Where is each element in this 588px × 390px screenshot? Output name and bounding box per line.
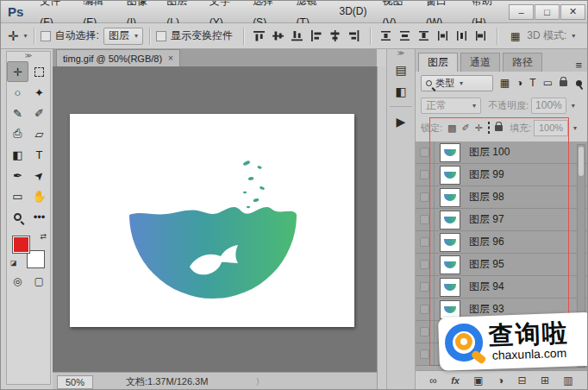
layer-thumbnail[interactable] — [440, 143, 460, 162]
layer-row-96[interactable]: 图层 96 — [416, 231, 587, 254]
layer-name[interactable]: 图层 96 — [469, 235, 504, 249]
zoom-level-field[interactable]: 50% — [57, 375, 93, 389]
move-tool[interactable]: ✛ — [7, 61, 28, 82]
paint-bucket-tool[interactable]: ◧ — [7, 144, 28, 165]
layer-row-98[interactable]: 图层 98 — [416, 186, 587, 209]
lock-image-pixels-icon[interactable]: ✐ — [461, 123, 469, 134]
layer-row-99[interactable]: 图层 99 — [416, 164, 587, 186]
delete-layer-icon[interactable]: ▥ — [563, 374, 572, 387]
layer-name[interactable]: 图层 97 — [469, 212, 504, 227]
layer-thumbnail[interactable] — [440, 233, 460, 252]
close-button[interactable]: ✕ — [560, 4, 585, 20]
lock-artboard-icon[interactable] — [488, 123, 490, 133]
new-layer-icon[interactable]: ⊞ — [541, 374, 549, 387]
filter-type-dropdown[interactable]: 类型 ▾ — [421, 75, 493, 91]
layer-name[interactable]: 图层 93 — [469, 302, 504, 317]
filter-type-layers-icon[interactable]: T — [529, 77, 535, 89]
status-arrow-icon[interactable]: 〉 — [255, 376, 264, 388]
tab-channels[interactable]: 通道 — [460, 53, 500, 72]
visibility-cell[interactable] — [416, 299, 435, 320]
filter-shape-layers-icon[interactable]: ▭ — [543, 77, 553, 89]
align-right-icon[interactable] — [347, 29, 361, 43]
visibility-cell[interactable] — [416, 321, 435, 343]
visibility-cell[interactable] — [416, 276, 435, 298]
tab-close-icon[interactable]: × — [168, 53, 173, 63]
visibility-cell[interactable] — [416, 186, 435, 208]
layer-name[interactable]: 图层 100 — [469, 145, 510, 160]
eye-toggle-icon[interactable] — [420, 349, 429, 359]
shape-tool[interactable]: ▭ — [7, 186, 28, 206]
align-left-icon[interactable] — [310, 29, 323, 43]
path-select-tool[interactable]: ➤ — [28, 165, 50, 186]
visibility-cell[interactable] — [416, 254, 435, 275]
screen-mode-button[interactable]: ▢ — [34, 275, 44, 287]
layer-mask-icon[interactable]: ▣ — [473, 374, 483, 387]
eye-toggle-icon[interactable] — [420, 282, 429, 292]
eraser-tool[interactable]: ▱ — [28, 123, 50, 144]
lock-all-icon[interactable] — [495, 123, 503, 133]
tool-preset-chevron-icon[interactable]: ▾ — [24, 32, 28, 40]
properties-panel-play-icon[interactable]: ▶ — [391, 112, 411, 131]
distribute-vertical-center-icon[interactable] — [398, 29, 412, 43]
filter-adjustment-layers-icon[interactable]: ◑ — [516, 77, 522, 89]
layer-row-97[interactable]: 图层 97 — [416, 209, 587, 231]
distribute-top-icon[interactable] — [379, 29, 393, 43]
eye-toggle-icon[interactable] — [420, 327, 429, 337]
tab-paths[interactable]: 路径 — [503, 53, 542, 72]
layer-thumbnail[interactable] — [440, 255, 460, 274]
eye-toggle-icon[interactable] — [420, 237, 429, 247]
layer-name[interactable]: 图层 99 — [469, 167, 504, 182]
edit-toolbar-button[interactable]: ••• — [28, 206, 50, 227]
layer-thumbnail[interactable] — [440, 188, 460, 207]
distribute-left-icon[interactable] — [436, 29, 450, 43]
layer-thumbnail[interactable] — [440, 166, 460, 185]
lasso-tool[interactable]: ○ — [7, 82, 28, 103]
filter-toggle-pin-icon[interactable] — [576, 80, 582, 86]
layers-scrollbar-thumb[interactable] — [579, 147, 584, 176]
clone-stamp-tool[interactable]: ⎙ — [7, 123, 28, 144]
layer-thumbnail[interactable] — [440, 278, 460, 297]
distribute-right-icon[interactable] — [474, 29, 488, 43]
zoom-tool[interactable] — [7, 206, 28, 227]
fill-chevron-icon[interactable]: ▾ — [573, 124, 577, 132]
eye-toggle-icon[interactable] — [420, 192, 429, 202]
brush-tool[interactable]: ✐ — [28, 103, 50, 123]
new-group-icon[interactable]: ⊟ — [518, 374, 527, 387]
layer-row-100[interactable]: 图层 100 — [416, 142, 587, 164]
collapse-arrows-icon[interactable]: ≫ — [7, 52, 50, 61]
eye-toggle-icon[interactable] — [420, 170, 429, 179]
align-horizontal-center-icon[interactable] — [328, 29, 342, 43]
opacity-field[interactable]: 100% — [531, 98, 566, 114]
visibility-cell[interactable] — [416, 231, 435, 253]
visibility-cell[interactable] — [416, 343, 435, 365]
layer-name[interactable]: 图层 95 — [469, 257, 504, 272]
adjustment-layer-icon[interactable]: ◑ — [497, 374, 504, 387]
color-panel-icon[interactable]: ▤ — [391, 60, 411, 79]
opacity-chevron-icon[interactable]: ▾ — [572, 102, 575, 110]
document-tab[interactable]: timg.gif @ 50%(RGB/8) × — [56, 49, 180, 66]
canvas-scrollbar[interactable] — [377, 66, 386, 390]
type-tool[interactable]: T — [28, 144, 50, 165]
align-vertical-center-icon[interactable] — [272, 29, 285, 43]
menu-3d[interactable]: 3D(D) — [331, 1, 374, 22]
eye-toggle-icon[interactable] — [420, 148, 429, 157]
align-bottom-icon[interactable] — [291, 29, 304, 43]
lock-transparent-pixels-icon[interactable]: ▩ — [447, 123, 456, 134]
distribute-horizontal-center-icon[interactable] — [455, 29, 469, 43]
layer-name[interactable]: 图层 98 — [469, 190, 504, 204]
layer-style-fx-icon[interactable]: fx — [451, 375, 460, 386]
fill-field[interactable]: 100% — [534, 120, 568, 136]
layer-name[interactable]: 图层 94 — [469, 280, 504, 294]
auto-align-layers-icon[interactable]: ▦ — [510, 30, 520, 42]
panel-menu-icon[interactable]: ≡ — [575, 59, 582, 72]
pen-tool[interactable]: ✒ — [7, 165, 28, 186]
lock-position-icon[interactable]: ✛ — [475, 123, 483, 134]
visibility-cell[interactable] — [416, 209, 435, 230]
blend-mode-dropdown[interactable]: 正常 ▾ — [421, 98, 481, 114]
document-page[interactable] — [70, 114, 354, 327]
maximize-button[interactable]: □ — [535, 4, 560, 20]
show-transform-checkbox[interactable] — [156, 31, 166, 41]
filter-smart-objects-icon[interactable] — [560, 77, 567, 89]
link-layers-icon[interactable]: ∞ — [429, 374, 437, 387]
eyedropper-tool[interactable]: ✎ — [7, 103, 28, 123]
